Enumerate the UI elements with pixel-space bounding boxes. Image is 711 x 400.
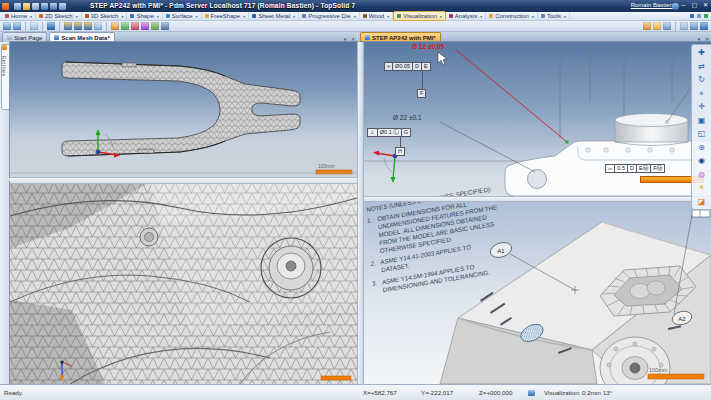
pmi-tool-icon[interactable] (47, 22, 55, 30)
sphere-render-icon[interactable]: ◉ (696, 155, 708, 166)
user-name-link[interactable]: Romain Bastien (631, 2, 673, 8)
ribbon-tab-tools[interactable]: Tools (538, 12, 570, 20)
entities-icon (2, 45, 7, 50)
palette-icon[interactable]: ◍ (696, 169, 708, 180)
ribbon-tab-sheet-metal[interactable]: Sheet Metal (249, 12, 299, 20)
view-tool-icon[interactable] (30, 22, 38, 30)
fcf-leader-1 (422, 71, 423, 89)
tab-step-ap242[interactable]: STEP AP242 with PMI* (360, 32, 441, 42)
horizontal-splitter-left[interactable] (10, 177, 357, 184)
check-tool-icon[interactable] (121, 22, 129, 30)
search-icon[interactable] (697, 14, 701, 18)
close-button[interactable]: ✕ (700, 1, 711, 10)
status-x-coordinate: X=+582,767 (363, 389, 397, 396)
dock-tab-label: Entities (1, 56, 7, 76)
status-z-coordinate: Z=+000,000 (479, 389, 512, 396)
status-visualization-setting[interactable]: Visualization: 0,2mm 13° (544, 389, 612, 396)
ribbon-tab-surface[interactable]: Surface (163, 12, 202, 20)
ribbon-tab-freeshape[interactable]: FreeShape (202, 12, 250, 20)
arrow-tool-icon[interactable] (111, 22, 119, 30)
minimize-button[interactable]: ─ (678, 1, 689, 10)
ribbon-tab-shape[interactable]: Shape (127, 12, 162, 20)
pmi-dim-diameter22[interactable]: Ø 22 ±0.1 (393, 114, 422, 121)
ribbon-tab-progressive-die[interactable]: Progressive Die (299, 12, 359, 20)
measure-tool-icon[interactable] (3, 22, 11, 30)
center-view-icon[interactable]: ⌖ (696, 88, 708, 99)
print-icon[interactable] (32, 3, 39, 10)
horizontal-splitter-right[interactable] (362, 196, 711, 202)
ribbon-tab-2d-sketch[interactable]: 2D Sketch (36, 12, 82, 20)
title-bar: STEP AP242 with PMI* - Pdm Server Localh… (0, 0, 711, 12)
pan-icon[interactable]: ✚ (696, 47, 708, 58)
right-tool-icon-5[interactable] (690, 22, 698, 30)
zoom-window-icon[interactable]: ◱ (696, 128, 708, 139)
rotate-view-icon[interactable]: ↻ (696, 74, 708, 85)
lamp-icon[interactable]: ☀ (696, 182, 708, 193)
open-icon[interactable] (23, 3, 30, 10)
right-tool-icon-2[interactable] (653, 22, 661, 30)
mouse-cursor (438, 52, 447, 65)
export-tool-icon[interactable] (151, 22, 159, 30)
help-icon[interactable] (690, 14, 694, 18)
annotation-tool-icon-2[interactable] (74, 22, 82, 30)
screen-fit-icon[interactable]: ▣ (696, 115, 708, 126)
viewport-pmi-side[interactable]: Ø 12 ±0.05 ⌖Ø0.05DE F Ø 22 ±0.1 ⊥Ø0.1 ⓁG… (362, 42, 711, 196)
ribbon-toolbar (0, 21, 711, 32)
cylinder-boss (615, 114, 688, 146)
status-ready: Ready. (4, 389, 23, 396)
ribbon-tab-visualization[interactable]: Visualization (393, 11, 446, 21)
pmi-datum-h[interactable]: H (395, 147, 405, 156)
ribbon-tab-bar: Home 2D Sketch 3D Sketch Shape Surface F… (0, 12, 711, 21)
ribbon-tab-3d-sketch[interactable]: 3D Sketch (82, 12, 128, 20)
redo-icon[interactable] (50, 3, 57, 10)
vertical-splitter[interactable] (357, 42, 364, 384)
options-icon[interactable] (704, 14, 708, 18)
zoom-in-icon[interactable]: ⊕ (696, 142, 708, 153)
scale-label-vp4: 100mm (649, 367, 668, 373)
maximize-button[interactable]: ▢ (689, 1, 700, 10)
viewport-scan-mesh-side[interactable]: 100mm (10, 42, 357, 177)
pmi-datum-f[interactable]: F (417, 89, 426, 98)
pmi-fcf-position[interactable]: ⌖Ø0.05DE (384, 62, 431, 71)
dimension-tool-icon[interactable] (13, 22, 21, 30)
viewport-pmi-3d[interactable]: A1 A2 100mm NOTES (UNLESS OTHERWISE SPEC… (362, 200, 711, 384)
ribbon-tab-analysis[interactable]: Analysis (446, 12, 486, 20)
section-icon[interactable]: ◪ (696, 196, 708, 207)
triad-top-right-viewport (373, 151, 397, 184)
save-icon[interactable] (14, 3, 21, 10)
ribbon-tab-wood[interactable]: Wood (360, 12, 394, 20)
scale-bar-vp2 (321, 376, 351, 380)
orbit-icon[interactable]: ⇄ (696, 61, 708, 72)
viewport-mesh-closeup[interactable] (10, 182, 357, 384)
balloon-a2-label: A2 (678, 316, 686, 322)
color-tool-icon-2[interactable] (141, 22, 149, 30)
annotation-tool-icon-3[interactable] (84, 22, 92, 30)
scale-bar-vp4 (648, 374, 704, 379)
visualization-icon (528, 390, 535, 396)
tab-start-page[interactable]: Start Page (2, 32, 47, 42)
topsolid-window: STEP AP242 with PMI* - Pdm Server Localh… (0, 0, 711, 400)
right-tool-icon-6[interactable] (700, 22, 708, 30)
tab-scan-mesh-data[interactable]: Scan Mesh Data* (49, 32, 114, 42)
refresh-icon[interactable] (59, 3, 66, 10)
app-logo-icon[interactable] (2, 3, 9, 10)
pmi-dim-diameter12[interactable]: Ø 12 ±0.05 (412, 43, 444, 50)
fcf-leader-2 (400, 137, 401, 147)
color-tool-icon-1[interactable] (131, 22, 139, 30)
axis-icon[interactable]: ✛ (696, 101, 708, 112)
red-leader-line (456, 50, 567, 142)
ribbon-tab-construction[interactable]: Construction (486, 12, 538, 20)
right-tool-icon-3[interactable] (663, 22, 671, 30)
undo-icon[interactable] (41, 3, 48, 10)
ribbon-tab-home[interactable]: Home (2, 12, 36, 20)
status-bar: Ready. X=+582,767 Y=-222,017 Z=+000,000 … (0, 384, 711, 400)
compare-tool-icon[interactable] (161, 22, 169, 30)
status-y-coordinate: Y=-222,017 (421, 389, 453, 396)
pmi-fcf-profile[interactable]: ⌓0.5DEⓂFⓂ (605, 164, 665, 173)
annotation-tool-icon-1[interactable] (64, 22, 72, 30)
pmi-fcf-perpendicularity[interactable]: ⊥Ø0.1 ⓁG (367, 128, 411, 137)
right-tool-icon-1[interactable] (643, 22, 651, 30)
annotation-tool-icon-4[interactable] (94, 22, 102, 30)
right-tool-icon-4[interactable] (680, 22, 688, 30)
window-title: STEP AP242 with PMI* - Pdm Server Localh… (90, 2, 355, 9)
